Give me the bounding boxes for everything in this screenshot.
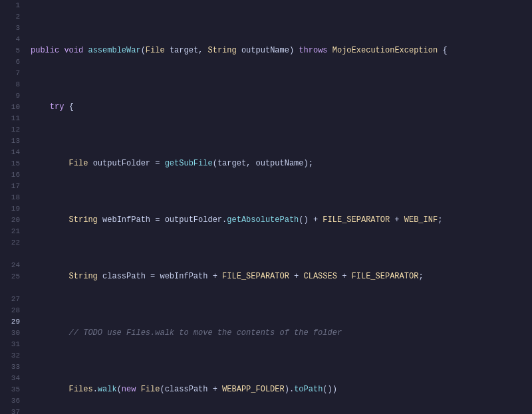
line-num-25: 25 bbox=[0, 271, 20, 282]
line-num-23 bbox=[0, 249, 20, 260]
code-line-5: String classPath = webInfPath + FILE_SEP… bbox=[31, 271, 532, 282]
line-num-29: 29 bbox=[0, 316, 20, 328]
line-num-30: 30 bbox=[0, 328, 20, 339]
line-num-9: 9 bbox=[0, 90, 20, 102]
line-num-16: 16 bbox=[0, 169, 20, 181]
line-num-14: 14 bbox=[0, 147, 20, 158]
line-num-22: 22 bbox=[0, 237, 20, 249]
code-content: public void assembleWar(File target, Str… bbox=[25, 0, 532, 414]
line-num-7: 7 bbox=[0, 68, 20, 79]
code-line-7: Files.walk(new File(classPath + WEBAPP_F… bbox=[31, 384, 532, 395]
line-num-5: 5 bbox=[0, 45, 20, 56]
line-num-21: 21 bbox=[0, 226, 20, 237]
line-num-33: 33 bbox=[0, 362, 20, 373]
line-num-12: 12 bbox=[0, 124, 20, 136]
code-block: public void assembleWar(File target, Str… bbox=[25, 0, 532, 414]
line-num-15: 15 bbox=[0, 158, 20, 169]
line-num-20: 20 bbox=[0, 215, 20, 226]
line-num-17: 17 bbox=[0, 181, 20, 192]
code-line-6: // TODO use Files.walk to move the conte… bbox=[31, 328, 532, 339]
line-num-8: 8 bbox=[0, 79, 20, 90]
line-num-1: 1 bbox=[0, 0, 20, 11]
line-num-3: 3 bbox=[0, 23, 20, 34]
line-num-11: 11 bbox=[0, 113, 20, 124]
line-num-24: 24 bbox=[0, 260, 20, 271]
line-num-32: 32 bbox=[0, 350, 20, 362]
line-num-37: 37 bbox=[0, 407, 20, 414]
code-line-4: String webInfPath = outputFolder.getAbso… bbox=[31, 215, 532, 226]
line-num-31: 31 bbox=[0, 339, 20, 350]
line-num-28: 28 bbox=[0, 305, 20, 316]
line-num-36: 36 bbox=[0, 395, 20, 407]
code-line-2: try { bbox=[31, 102, 532, 113]
line-numbers: 1 2 3 4 5 6 7 8 9 10 11 12 13 14 15 16 1… bbox=[0, 0, 25, 414]
code-line-3: File outputFolder = getSubFile(target, o… bbox=[31, 158, 532, 169]
line-num-13: 13 bbox=[0, 136, 20, 147]
line-num-18: 18 bbox=[0, 192, 20, 203]
line-num-2: 2 bbox=[0, 11, 20, 23]
line-num-35: 35 bbox=[0, 384, 20, 395]
line-num-34: 34 bbox=[0, 373, 20, 384]
code-line-1: public void assembleWar(File target, Str… bbox=[31, 45, 532, 56]
line-num-19: 19 bbox=[0, 203, 20, 215]
line-num-10: 10 bbox=[0, 102, 20, 113]
line-num-4: 4 bbox=[0, 34, 20, 45]
line-num-26 bbox=[0, 282, 20, 294]
line-num-27: 27 bbox=[0, 294, 20, 305]
line-num-6: 6 bbox=[0, 56, 20, 68]
code-editor: 1 2 3 4 5 6 7 8 9 10 11 12 13 14 15 16 1… bbox=[0, 0, 532, 414]
